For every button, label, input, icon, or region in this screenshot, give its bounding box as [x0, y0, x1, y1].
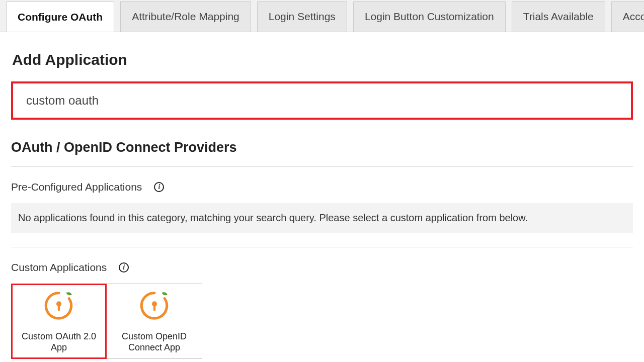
tab-strip: Configure OAuth Attribute/Role Mapping L… [0, 0, 644, 32]
preconfigured-section-head: Pre-Configured Applications i [11, 181, 633, 193]
page-body: Add Application OAuth / OpenID Connect P… [0, 32, 644, 362]
preconfigured-empty-message: No applications found in this category, … [11, 203, 633, 233]
tab-trials-available[interactable]: Trials Available [512, 1, 605, 32]
info-icon[interactable]: i [119, 262, 129, 273]
preconfigured-title: Pre-Configured Applications [11, 181, 142, 193]
card-label: Custom OAuth 2.0 App [19, 331, 99, 353]
application-search-input[interactable] [11, 81, 633, 120]
divider [11, 166, 633, 167]
oauth-icon [41, 288, 77, 326]
card-custom-oauth-2-app[interactable]: Custom OAuth 2.0 App [11, 284, 107, 359]
tab-configure-oauth[interactable]: Configure OAuth [6, 2, 114, 32]
tab-login-settings[interactable]: Login Settings [257, 1, 347, 32]
info-icon[interactable]: i [154, 182, 164, 192]
providers-heading: OAuth / OpenID Connect Providers [11, 140, 633, 155]
svg-rect-3 [153, 306, 155, 311]
card-custom-openid-connect-app[interactable]: Custom OpenID Connect App [107, 284, 202, 359]
card-label: Custom OpenID Connect App [113, 331, 196, 353]
custom-title: Custom Applications [11, 261, 107, 274]
svg-rect-1 [58, 306, 60, 311]
tab-attribute-role-mapping[interactable]: Attribute/Role Mapping [120, 1, 251, 32]
svg-point-0 [56, 301, 61, 306]
divider [11, 247, 633, 247]
page-title: Add Application [12, 51, 633, 68]
custom-app-cards: Custom OAuth 2.0 App Custom OpenID Conne… [11, 284, 633, 359]
tab-login-button-customization[interactable]: Login Button Customization [353, 1, 506, 32]
custom-section-head: Custom Applications i [11, 261, 633, 274]
oauth-icon [136, 288, 173, 326]
svg-point-2 [151, 301, 156, 306]
tab-account-setup[interactable]: Account Setup [611, 1, 644, 32]
